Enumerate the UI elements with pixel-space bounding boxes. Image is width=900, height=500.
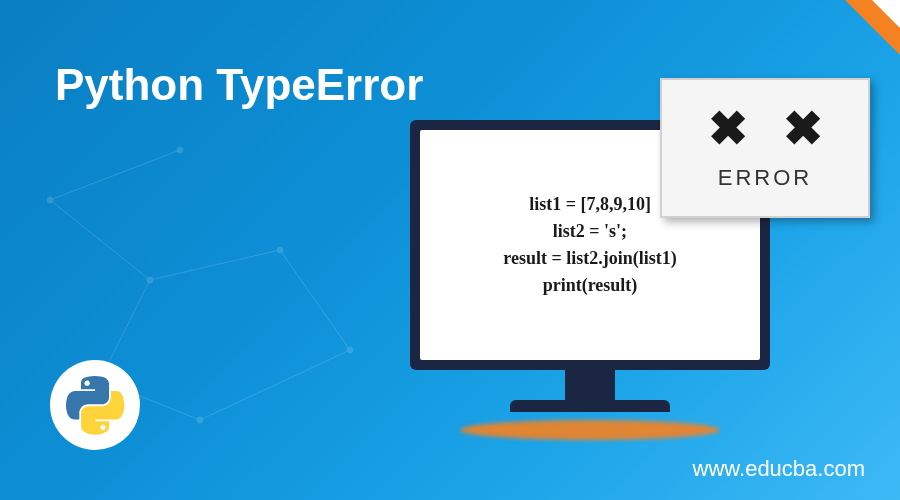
page-title: Python TypeError — [55, 60, 423, 110]
corner-accent-white — [872, 0, 900, 28]
svg-line-3 — [280, 250, 350, 350]
code-line: list2 = 's'; — [553, 218, 627, 245]
svg-point-12 — [197, 417, 203, 423]
error-label: ERROR — [718, 165, 812, 191]
svg-point-8 — [147, 277, 153, 283]
python-logo-icon — [50, 360, 140, 450]
svg-point-11 — [347, 347, 353, 353]
svg-point-13 — [177, 147, 183, 153]
code-line: result = list2.join(list1) — [503, 245, 676, 272]
monitor-shadow — [460, 420, 720, 440]
svg-line-5 — [200, 350, 350, 420]
monitor-neck — [565, 370, 615, 400]
cross-icon: ✖ — [783, 105, 823, 153]
error-icons-row: ✖ ✖ — [708, 105, 823, 153]
website-url: www.educba.com — [693, 456, 865, 482]
error-popup: ✖ ✖ ERROR — [660, 78, 870, 218]
monitor-base — [510, 400, 670, 412]
svg-line-0 — [50, 200, 150, 280]
svg-point-7 — [47, 197, 53, 203]
code-line: print(result) — [543, 272, 638, 299]
cross-icon: ✖ — [708, 105, 748, 153]
svg-line-2 — [150, 250, 280, 280]
svg-line-6 — [50, 150, 180, 200]
svg-point-10 — [277, 247, 283, 253]
code-line: list1 = [7,8,9,10] — [529, 191, 651, 218]
